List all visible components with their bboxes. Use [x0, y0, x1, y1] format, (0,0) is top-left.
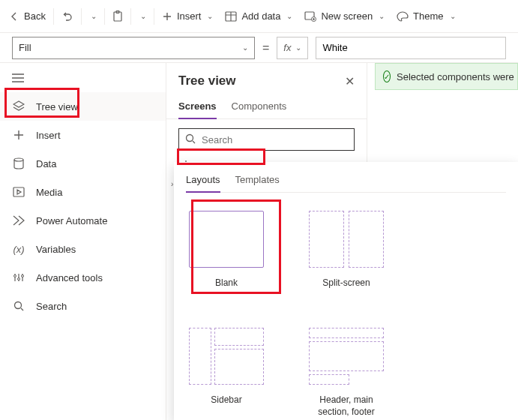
- svg-point-8: [18, 278, 20, 280]
- tab-screens[interactable]: Screens: [178, 96, 217, 119]
- layout-sidebar[interactable]: Sidebar: [186, 328, 267, 418]
- divider: [130, 8, 131, 25]
- screen-plus-icon: [304, 11, 316, 22]
- chevron-down-icon: ⌄: [89, 12, 97, 20]
- property-dropdown[interactable]: Fill ⌄: [12, 37, 255, 59]
- divider: [154, 8, 154, 25]
- tree-view-title: Tree view: [178, 74, 236, 88]
- layout-label: Sidebar: [211, 394, 241, 406]
- formula-input[interactable]: [316, 37, 506, 59]
- sidebar-item-label: Media: [36, 187, 62, 198]
- paste-button[interactable]: [106, 6, 129, 27]
- database-icon: [12, 157, 25, 170]
- close-button[interactable]: ✕: [345, 74, 355, 88]
- formula-bar: Fill ⌄ = fx ⌄: [0, 33, 518, 63]
- variables-icon: (x): [12, 242, 25, 256]
- toast-message: Selected components were su: [397, 71, 518, 82]
- tools-icon: [12, 271, 25, 284]
- sidebar-item-label: Data: [36, 158, 56, 170]
- tab-layouts[interactable]: Layouts: [186, 171, 220, 193]
- divider: [53, 8, 54, 25]
- new-screen-button[interactable]: New screen ⌄: [298, 6, 391, 26]
- undo-button[interactable]: [55, 6, 79, 27]
- hamburger-icon: [12, 74, 24, 82]
- blank-thumb-icon: [189, 211, 264, 268]
- sidebar-item-label: Tree view: [36, 101, 78, 112]
- tab-templates[interactable]: Templates: [235, 171, 280, 192]
- fx-label: fx: [283, 42, 291, 53]
- sidebar-item-label: Search: [36, 301, 67, 312]
- new-screen-flyout: Layouts Templates Blank Split-screen Sid…: [174, 162, 518, 420]
- add-data-button[interactable]: Add data ⌄: [219, 6, 298, 26]
- sidebar-item-label: Variables: [36, 244, 76, 255]
- tree-view-search[interactable]: [178, 128, 355, 151]
- sidebar-item-search[interactable]: Search: [0, 292, 166, 320]
- chevron-down-icon: ⌄: [294, 44, 301, 52]
- svg-point-7: [14, 275, 16, 278]
- split-thumb-icon: [309, 211, 384, 268]
- svg-rect-6: [13, 188, 24, 196]
- tab-components[interactable]: Components: [232, 96, 287, 118]
- theme-label: Theme: [413, 10, 443, 22]
- chevron-down-icon: ⌄: [241, 44, 248, 52]
- layout-label: Split-screen: [322, 277, 370, 289]
- layout-blank[interactable]: Blank: [186, 211, 267, 289]
- search-input[interactable]: [202, 134, 348, 146]
- add-data-label: Add data: [241, 10, 280, 22]
- success-toast: ✓ Selected components were su: [375, 63, 518, 90]
- undo-icon: [61, 10, 73, 22]
- sidebar-item-media[interactable]: Media: [0, 178, 166, 206]
- undo-dropdown[interactable]: ⌄: [83, 8, 103, 25]
- layout-header-main-footer[interactable]: Header, main section, footer: [306, 328, 387, 418]
- layout-label: Blank: [215, 277, 238, 289]
- table-icon: [225, 11, 237, 22]
- layout-label: Header, main section, footer: [306, 394, 387, 418]
- sidebar-item-data[interactable]: Data: [0, 149, 166, 178]
- insert-button[interactable]: Insert ⌄: [156, 6, 220, 26]
- hmf-thumb-icon: [309, 328, 384, 385]
- plus-icon: [12, 128, 25, 142]
- paste-icon: [112, 10, 123, 22]
- layout-grid: Blank Split-screen Sidebar Header, main …: [186, 193, 506, 418]
- left-rail: Tree view Insert Data Media Power Automa…: [0, 63, 166, 420]
- plus-icon: [162, 11, 172, 22]
- sidebar-item-label: Insert: [36, 130, 61, 141]
- sidebar-item-label: Power Automate: [36, 215, 107, 226]
- fx-button[interactable]: fx ⌄: [277, 37, 308, 59]
- chevron-down-icon: ⌄: [139, 12, 146, 20]
- search-icon: [12, 299, 25, 313]
- svg-point-10: [15, 302, 22, 309]
- theme-button[interactable]: Theme ⌄: [391, 6, 461, 26]
- chevron-down-icon: ⌄: [285, 12, 292, 20]
- layers-icon: [12, 100, 25, 113]
- divider: [104, 8, 105, 25]
- back-arrow-icon: [9, 11, 19, 22]
- flyout-tabs: Layouts Templates: [186, 171, 506, 193]
- chevron-right-icon[interactable]: ›: [171, 180, 173, 188]
- command-bar: Back ⌄ ⌄ Insert ⌄ Add data ⌄ New screen …: [0, 0, 518, 33]
- insert-label: Insert: [177, 10, 202, 22]
- chevron-down-icon: ⌄: [377, 12, 385, 20]
- svg-point-9: [22, 275, 24, 278]
- svg-point-11: [187, 134, 193, 141]
- new-screen-label: New screen: [321, 10, 373, 22]
- sidebar-item-insert[interactable]: Insert: [0, 121, 166, 149]
- success-check-icon: ✓: [383, 70, 391, 82]
- sidebar-item-tree-view[interactable]: Tree view: [0, 92, 166, 121]
- hamburger-button[interactable]: [0, 68, 166, 92]
- tree-view-tabs: Screens Components: [166, 92, 367, 119]
- svg-point-5: [14, 158, 23, 161]
- chevron-down-icon: ⌄: [205, 12, 213, 20]
- search-icon: [185, 134, 196, 146]
- close-icon: ✕: [345, 75, 355, 88]
- sidebar-item-power-automate[interactable]: Power Automate: [0, 206, 166, 235]
- sidebar-thumb-icon: [189, 328, 264, 385]
- sidebar-item-advanced-tools[interactable]: Advanced tools: [0, 263, 166, 292]
- paste-dropdown[interactable]: ⌄: [133, 8, 152, 25]
- back-button[interactable]: Back: [3, 6, 52, 26]
- layout-split-screen[interactable]: Split-screen: [306, 211, 387, 289]
- back-label: Back: [24, 10, 46, 22]
- sidebar-item-variables[interactable]: (x) Variables: [0, 235, 166, 263]
- palette-icon: [397, 11, 409, 22]
- media-icon: [12, 185, 25, 199]
